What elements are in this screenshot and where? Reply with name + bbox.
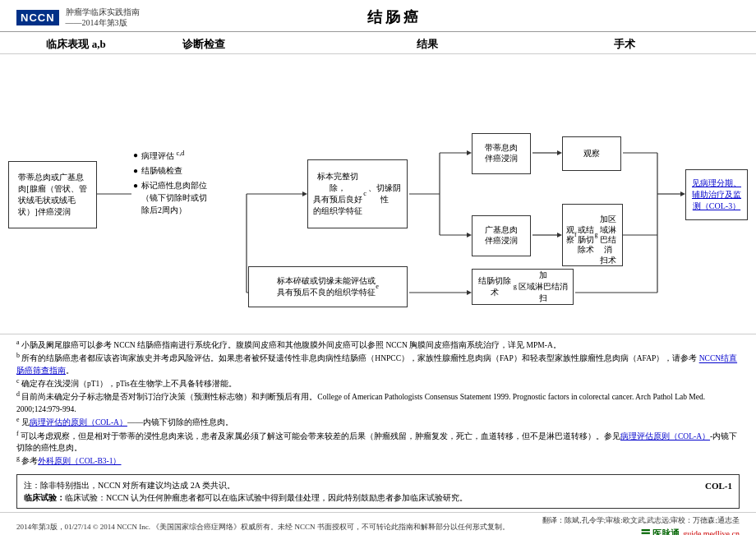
notes-area: a 小肠及阑尾腺癌可以参考 NCCN 结肠癌指南进行系统化疗。腹膜间皮癌和其他腹… bbox=[0, 334, 756, 471]
diagram-area: 带蒂总肉或广基息肉[腺瘤（管状、管状绒毛状或绒毛状）]伴癌浸润 ● 病理评估 c… bbox=[0, 54, 756, 334]
page: NCCN 肿瘤学临床实践指南 ——2014年第3版 结肠癌 临床表现 a,b 诊… bbox=[0, 0, 756, 535]
surgery-observe-box: 观察 bbox=[562, 136, 621, 171]
note-f: f 可以考虑观察，但是相对于带蒂的浸性息肉来说，患者及家属必须了解这可能会带来较… bbox=[16, 429, 740, 454]
result2-box: 标本碎破或切缘未能评估或具有预后不良的组织学特征 e bbox=[248, 266, 408, 307]
footer-left-text: 2014年第3版，01/27/14 © 2014 NCCN Inc. 《美国国家… bbox=[16, 522, 509, 533]
bullet-item-3: 标记癌性息肉部位（镜下切除时或切除后2周内） bbox=[141, 179, 207, 216]
notice-line1: 注：除非特别指出，NCCN 对所有建议均达成 2A 类共识。 bbox=[24, 479, 468, 491]
medlive-url[interactable]: guide.medlive.cn bbox=[683, 529, 740, 535]
notice-box: 注：除非特别指出，NCCN 对所有建议均达成 2A 类共识。 临床试验：临床试验… bbox=[16, 474, 740, 509]
note-a: a 小肠及阑尾腺癌可以参考 NCCN 结肠癌指南进行系统化疗。腹膜间皮癌和其他腹… bbox=[16, 338, 740, 351]
col-b3-link[interactable]: 外科原则（COL-B3-1） bbox=[38, 457, 121, 465]
col-diagnosis: 诊断检查 bbox=[136, 37, 271, 52]
col-a-link-f[interactable]: 病理评估原则（COL-A） bbox=[620, 432, 710, 440]
bottom-footer: 2014年第3版，01/27/14 © 2014 NCCN Inc. 《美国国家… bbox=[0, 512, 756, 535]
col-a-link-e[interactable]: 病理评估的原则（COL-A） bbox=[30, 418, 127, 427]
footer-translator: 翻译：陈斌,孔令学;审核:欧文武,武志远;审校：万德森;通志圣 bbox=[542, 515, 740, 526]
col-id-badge: COL-1 bbox=[705, 479, 732, 493]
note-b: b 所有的结肠癌患者都应该咨询家族史并考虑风险评估。如果患者被怀疑遗传性非息肉病… bbox=[16, 351, 740, 376]
column-headers: 临床表现 a,b 诊断检查 结果 手术 bbox=[0, 32, 756, 54]
note-d: d 目前尚未确定分子标志物是否对制订治疗决策（预测性标志物）和判断预后有用。Co… bbox=[16, 390, 740, 415]
sub-result1-box: 带蒂息肉伴癌浸润 bbox=[472, 133, 531, 174]
header: NCCN 肿瘤学临床实践指南 ——2014年第3版 结肠癌 bbox=[0, 0, 756, 32]
sub-result2-box: 广基息肉伴癌浸润 bbox=[472, 215, 531, 256]
medlive-label: ☰ 医脉通 bbox=[641, 528, 680, 535]
nccn-brand: NCCN bbox=[16, 10, 59, 25]
nccn-screen-link[interactable]: NCCN结直肠癌筛查指南 bbox=[16, 355, 737, 375]
note-g: g 参考外科原则（COL-B3-1） bbox=[16, 454, 740, 467]
header-subtitle: 肿瘤学临床实践指南 ——2014年第3版 bbox=[66, 7, 140, 28]
surgery-observe2-box: 观察 f或结肠切除术 g加区域淋巴结消扫术 bbox=[562, 204, 623, 266]
final-surgery-box: 见病理分期、辅助治疗及监测（COL-3） bbox=[685, 169, 748, 220]
note-e: e 见病理评估的原则（COL-A）——内镜下切除的癌性息肉。 bbox=[16, 415, 740, 428]
col-surgery: 手术 bbox=[542, 37, 707, 52]
bullet-items-box: ● 病理评估 c,d ● 结肠镜检查 ● 标记癌性息肉部位（镜下切除时或切除后2… bbox=[133, 149, 245, 216]
notice-text: 注：除非特别指出，NCCN 对所有建议均达成 2A 类共识。 临床试验：临床试验… bbox=[24, 479, 468, 504]
medlive-logo: ☰ 医脉通 guide.medlive.cn bbox=[641, 528, 740, 535]
surgery-resect-box: 结肠切除术 g 加区域淋巴结消扫 bbox=[472, 269, 574, 305]
notice-line2: 临床试验：临床试验：NCCN 认为任何肿瘤患者都可以在临床试验中得到最佳处理，因… bbox=[24, 491, 468, 504]
final-surgery-link[interactable]: 见病理分期、辅助治疗及监测（COL-3） bbox=[692, 178, 741, 212]
bullet-item-2: 结肠镜检查 bbox=[141, 164, 182, 177]
nccn-logo: NCCN 肿瘤学临床实践指南 ——2014年第3版 bbox=[16, 7, 140, 28]
col-results: 结果 bbox=[337, 37, 518, 52]
clinical-box: 带蒂总肉或广基息肉[腺瘤（管状、管状绒毛状或绒毛状）]伴癌浸润 bbox=[8, 161, 97, 228]
note-c: c 确定存在浅浸润（pT1），pTis在生物学上不具备转移潜能。 bbox=[16, 376, 740, 390]
bullet-item-1: 病理评估 c,d bbox=[141, 149, 184, 162]
page-title: 结肠癌 bbox=[148, 7, 641, 27]
notice-row: 注：除非特别指出，NCCN 对所有建议均达成 2A 类共识。 临床试验：临床试验… bbox=[24, 479, 732, 504]
result1-box: 标本完整切除，具有预后良好的组织学特征c、切缘阴性 bbox=[307, 159, 408, 228]
col-clinical: 临床表现 a,b bbox=[16, 37, 136, 52]
